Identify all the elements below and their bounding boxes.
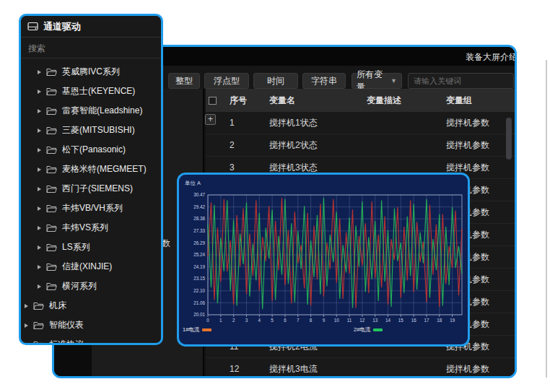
expand-arrow-icon[interactable] bbox=[38, 129, 41, 133]
cell-name: 搅拌机3电流 bbox=[269, 363, 367, 375]
driver-popup-title: 通道驱动 bbox=[43, 20, 81, 33]
driver-tree-item[interactable]: 标准协议 bbox=[21, 335, 161, 345]
x-tick-label: 6 bbox=[284, 318, 287, 323]
legend-item-series1[interactable]: 1#电流 bbox=[183, 326, 211, 334]
legend-swatch bbox=[373, 328, 383, 331]
driver-popup-header: 通道驱动 bbox=[21, 16, 161, 38]
drive-icon bbox=[27, 22, 38, 31]
cell-name: 搅拌机2状态 bbox=[269, 139, 367, 152]
driver-tree-label: 西门子(SIEMENS) bbox=[62, 183, 133, 195]
driver-search-input[interactable] bbox=[21, 38, 161, 58]
cell-index: 3 bbox=[226, 162, 269, 173]
x-tick-label: 11 bbox=[347, 318, 352, 323]
x-tick-label: 19 bbox=[450, 318, 455, 323]
folder-icon bbox=[46, 87, 57, 96]
filter-button-float[interactable]: 浮点型 bbox=[204, 73, 249, 89]
legend-item-series2[interactable]: 2#电流 bbox=[354, 326, 383, 334]
expand-arrow-icon[interactable] bbox=[38, 245, 41, 250]
chevron-down-icon: ▼ bbox=[390, 77, 397, 84]
select-all-checkbox[interactable] bbox=[209, 97, 217, 105]
expand-arrow-icon[interactable] bbox=[38, 148, 41, 152]
driver-tree-label: LS系列 bbox=[62, 241, 90, 253]
folder-icon bbox=[46, 185, 57, 193]
driver-tree-label: 丰炜VB/VH系列 bbox=[62, 202, 123, 214]
folder-icon bbox=[33, 302, 44, 310]
trend-chart-popup: 单位 A30.4729.4228.3827.3326.2925.2424.192… bbox=[177, 173, 470, 347]
expand-arrow-icon[interactable] bbox=[25, 323, 28, 328]
driver-tree-label: 英威腾IVC系列 bbox=[62, 66, 120, 78]
driver-tree-label: 松下(Panasonic) bbox=[62, 144, 126, 156]
y-tick-label: 24.19 bbox=[193, 264, 205, 269]
table-row[interactable]: 2搅拌机2状态搅拌机参数 bbox=[206, 134, 515, 157]
y-tick-label: 25.24 bbox=[193, 252, 205, 257]
table-row[interactable]: 1搅拌机1状态搅拌机参数 bbox=[206, 112, 515, 134]
driver-tree-label: 麦格米特(MEGMEET) bbox=[62, 163, 147, 175]
legend-label: 1#电流 bbox=[183, 326, 199, 334]
driver-tree-label: 基恩士(KEYENCE) bbox=[62, 85, 135, 97]
y-tick-label: 27.33 bbox=[193, 228, 205, 233]
cell-index: 12 bbox=[226, 364, 269, 374]
filter-button-integer[interactable]: 整型 bbox=[168, 73, 200, 89]
driver-tree-item[interactable]: 麦格米特(MEGMEET) bbox=[21, 160, 161, 179]
expand-arrow-icon[interactable] bbox=[38, 265, 41, 269]
y-tick-label: 20.01 bbox=[193, 312, 205, 317]
driver-tree-item[interactable]: 丰炜VB/VH系列 bbox=[21, 199, 161, 218]
y-tick-label: 21.06 bbox=[193, 300, 205, 305]
driver-tree-item[interactable]: 智能仪表 bbox=[21, 315, 161, 335]
expand-arrow-icon[interactable] bbox=[38, 284, 41, 289]
driver-tree-label: 三菱(MITSUBISHI) bbox=[62, 124, 135, 136]
expand-arrow-icon[interactable] bbox=[38, 167, 41, 172]
driver-tree-label: 信捷(XINJIE) bbox=[62, 261, 112, 273]
add-device-button[interactable]: + bbox=[205, 114, 216, 125]
y-tick-label: 28.38 bbox=[193, 216, 205, 221]
cell-group: 搅拌机参数 bbox=[446, 162, 515, 174]
big-screen-intro-link[interactable]: 装备大屏介绍 bbox=[466, 51, 517, 64]
x-tick-label: 15 bbox=[398, 318, 404, 323]
cell-index: 1 bbox=[226, 118, 269, 128]
driver-tree-item[interactable]: 横河系列 bbox=[21, 276, 161, 296]
driver-tree-item[interactable]: 西门子(SIEMENS) bbox=[21, 179, 161, 199]
driver-tree-item[interactable]: LS系列 bbox=[21, 238, 161, 257]
filter-button-time[interactable]: 时间 bbox=[253, 73, 298, 89]
expand-arrow-icon[interactable] bbox=[38, 70, 41, 74]
page-edge-line bbox=[546, 60, 547, 378]
y-tick-label: 29.42 bbox=[193, 204, 205, 209]
x-tick-label: 5 bbox=[271, 318, 274, 323]
filter-button-string[interactable]: 字符串 bbox=[302, 73, 346, 89]
col-header-desc: 变量描述 bbox=[367, 95, 446, 107]
driver-tree-label: 标准协议 bbox=[49, 339, 84, 345]
table-row[interactable]: 12搅拌机3电流搅拌机参数 bbox=[206, 358, 515, 378]
driver-tree-item[interactable]: 雷赛智能(Leadshine) bbox=[21, 101, 161, 121]
expand-arrow-icon[interactable] bbox=[38, 226, 41, 230]
variable-type-dropdown[interactable]: 所有变量 ▼ bbox=[352, 73, 402, 89]
expand-arrow-icon[interactable] bbox=[25, 343, 28, 346]
x-tick-label: 7 bbox=[297, 318, 300, 323]
folder-icon bbox=[46, 263, 57, 271]
chart-unit-label: 单位 A bbox=[185, 180, 201, 186]
driver-tree-item[interactable]: 英威腾IVC系列 bbox=[21, 62, 161, 82]
folder-icon bbox=[33, 321, 44, 330]
folder-icon bbox=[46, 126, 57, 135]
expand-arrow-icon[interactable] bbox=[38, 90, 41, 94]
driver-tree-label: 智能仪表 bbox=[49, 319, 84, 331]
driver-tree-item[interactable]: 松下(Panasonic) bbox=[21, 140, 161, 160]
table-header-row: 序号 变量名 变量描述 变量组 bbox=[206, 89, 515, 112]
table-scrollbar-thumb[interactable] bbox=[506, 118, 512, 160]
x-tick-label: 0 bbox=[206, 318, 209, 323]
driver-tree-item[interactable]: 三菱(MITSUBISHI) bbox=[21, 121, 161, 140]
expand-arrow-icon[interactable] bbox=[38, 187, 41, 191]
keyword-search-input[interactable] bbox=[408, 73, 514, 89]
x-tick-label: 14 bbox=[385, 318, 391, 323]
driver-tree-item[interactable]: 信捷(XINJIE) bbox=[21, 257, 161, 276]
driver-tree-item[interactable]: 机床 bbox=[21, 296, 161, 315]
col-header-index: 序号 bbox=[226, 95, 269, 107]
cell-group: 搅拌机参数 bbox=[446, 363, 515, 375]
driver-tree-item[interactable]: 基恩士(KEYENCE) bbox=[21, 82, 161, 101]
driver-tree-item[interactable]: 丰炜VS系列 bbox=[21, 218, 161, 238]
expand-arrow-icon[interactable] bbox=[38, 206, 41, 211]
expand-arrow-icon[interactable] bbox=[25, 304, 28, 308]
col-header-group: 变量组 bbox=[446, 95, 515, 107]
expand-arrow-icon[interactable] bbox=[38, 109, 41, 113]
folder-icon bbox=[46, 282, 57, 291]
x-tick-label: 12 bbox=[359, 318, 365, 323]
